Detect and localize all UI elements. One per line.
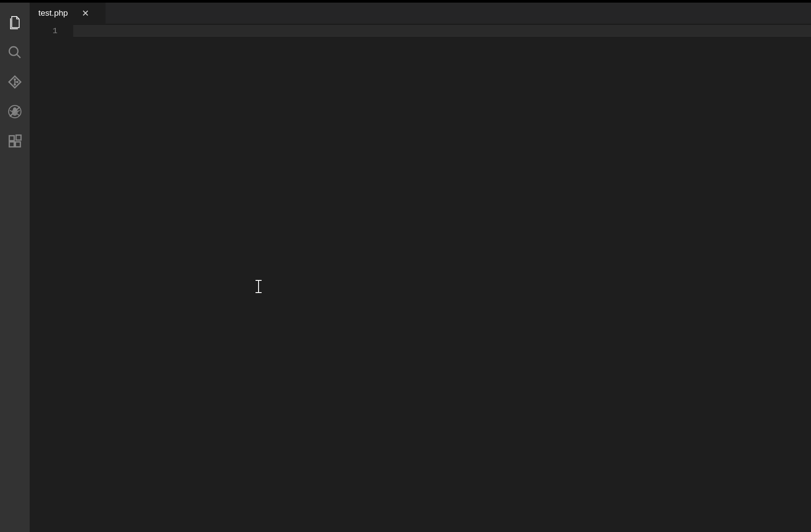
- git-icon: [7, 75, 22, 91]
- bug-icon: [7, 104, 22, 121]
- svg-line-14: [17, 114, 19, 116]
- files-icon: [7, 15, 22, 32]
- svg-line-11: [10, 110, 13, 112]
- search-icon: [7, 45, 22, 61]
- activity-extensions[interactable]: [0, 127, 30, 157]
- svg-point-0: [9, 47, 18, 55]
- svg-rect-16: [9, 142, 14, 147]
- editor-area: test.php 1: [30, 3, 811, 532]
- svg-rect-17: [15, 142, 20, 147]
- main-area: test.php 1: [0, 3, 811, 532]
- line-number: 1: [30, 25, 73, 37]
- activity-source-control[interactable]: [0, 68, 30, 98]
- code-area[interactable]: [73, 24, 811, 532]
- tab-bar: test.php: [30, 3, 811, 24]
- activity-debug[interactable]: [0, 98, 30, 127]
- activity-explorer[interactable]: [0, 9, 30, 38]
- tab-test-php[interactable]: test.php: [30, 3, 106, 24]
- svg-line-1: [17, 54, 20, 58]
- editor-content[interactable]: 1: [30, 24, 811, 532]
- svg-rect-15: [9, 136, 14, 140]
- svg-rect-6: [15, 82, 17, 82]
- tab-label: test.php: [38, 8, 68, 18]
- activity-bar: [0, 3, 30, 532]
- close-icon[interactable]: [81, 9, 90, 17]
- svg-line-12: [17, 110, 20, 112]
- line-number-gutter: 1: [30, 24, 73, 532]
- activity-search[interactable]: [0, 38, 30, 68]
- extensions-icon: [7, 134, 22, 150]
- svg-rect-18: [16, 135, 21, 140]
- current-line-highlight: [73, 25, 811, 37]
